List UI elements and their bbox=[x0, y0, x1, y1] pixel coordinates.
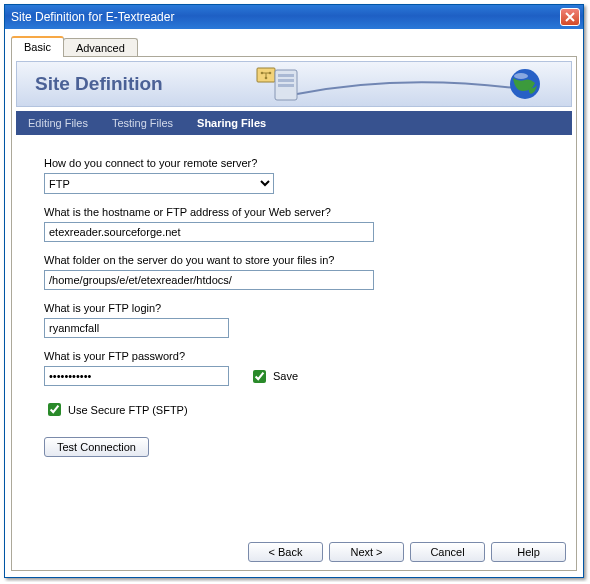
next-button[interactable]: Next > bbox=[329, 542, 404, 562]
svg-rect-7 bbox=[278, 74, 294, 77]
site-definition-dialog: Site Definition for E-Textreader Basic A… bbox=[4, 4, 584, 578]
window-title: Site Definition for E-Textreader bbox=[11, 10, 560, 24]
tab-content: Site Definition bbox=[11, 57, 577, 571]
back-button[interactable]: < Back bbox=[248, 542, 323, 562]
svg-point-11 bbox=[514, 73, 528, 79]
test-connection-button[interactable]: Test Connection bbox=[44, 437, 149, 457]
sftp-checkbox[interactable] bbox=[48, 403, 61, 416]
login-label: What is your FTP login? bbox=[44, 302, 564, 314]
host-field[interactable] bbox=[44, 222, 374, 242]
host-label: What is the hostname or FTP address of y… bbox=[44, 206, 564, 218]
dialog-body: Basic Advanced Site Definition bbox=[5, 29, 583, 577]
form-area: How do you connect to your remote server… bbox=[12, 135, 576, 534]
step-editing-files[interactable]: Editing Files bbox=[28, 117, 88, 129]
svg-rect-9 bbox=[278, 84, 294, 87]
step-testing-files[interactable]: Testing Files bbox=[112, 117, 173, 129]
login-field[interactable] bbox=[44, 318, 229, 338]
password-field[interactable] bbox=[44, 366, 229, 386]
close-button[interactable] bbox=[560, 8, 580, 26]
cancel-button[interactable]: Cancel bbox=[410, 542, 485, 562]
save-checkbox-wrapper[interactable]: Save bbox=[249, 367, 298, 386]
connect-label: How do you connect to your remote server… bbox=[44, 157, 564, 169]
tab-basic[interactable]: Basic bbox=[11, 36, 64, 57]
titlebar: Site Definition for E-Textreader bbox=[5, 5, 583, 29]
tab-row: Basic Advanced bbox=[11, 35, 577, 57]
tab-advanced[interactable]: Advanced bbox=[63, 38, 138, 57]
password-label: What is your FTP password? bbox=[44, 350, 564, 362]
step-sharing-files[interactable]: Sharing Files bbox=[197, 117, 266, 129]
save-label: Save bbox=[273, 370, 298, 382]
svg-rect-8 bbox=[278, 79, 294, 82]
connect-method-select[interactable]: FTP bbox=[44, 173, 274, 194]
banner-title: Site Definition bbox=[35, 73, 163, 95]
banner: Site Definition bbox=[16, 61, 572, 107]
folder-label: What folder on the server do you want to… bbox=[44, 254, 564, 266]
wizard-steps: Editing Files Testing Files Sharing File… bbox=[16, 111, 572, 135]
wizard-footer: < Back Next > Cancel Help bbox=[12, 534, 576, 570]
save-checkbox[interactable] bbox=[253, 370, 266, 383]
sftp-label: Use Secure FTP (SFTP) bbox=[68, 404, 188, 416]
banner-graphic-icon bbox=[239, 66, 559, 104]
folder-field[interactable] bbox=[44, 270, 374, 290]
sftp-checkbox-wrapper[interactable]: Use Secure FTP (SFTP) bbox=[44, 400, 564, 419]
help-button[interactable]: Help bbox=[491, 542, 566, 562]
close-icon bbox=[565, 12, 575, 22]
